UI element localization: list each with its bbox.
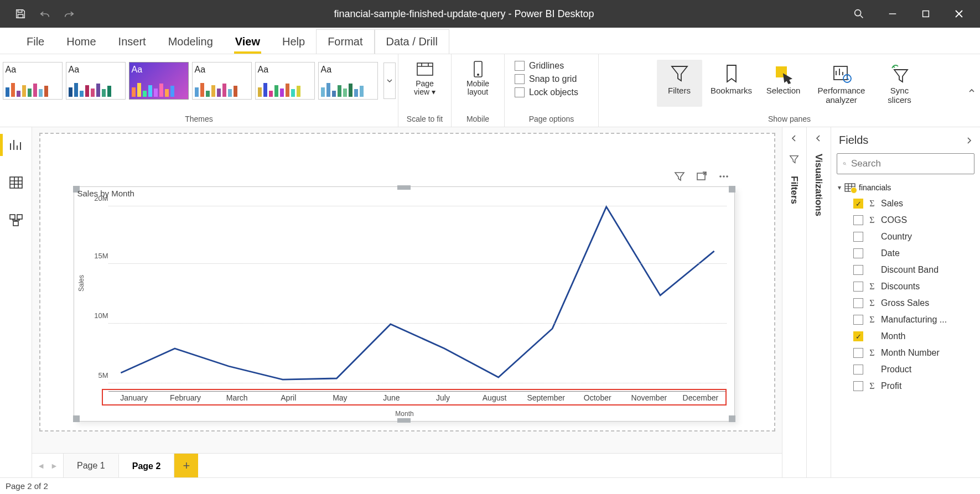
- menu-insert[interactable]: Insert: [107, 30, 157, 54]
- visual-filter-icon[interactable]: [673, 170, 686, 183]
- report-page[interactable]: Sales by Month Sales 5M 10M 15M 20M: [39, 133, 775, 431]
- field-manufacturing-[interactable]: ΣManufacturing ...: [834, 311, 980, 328]
- data-view-button[interactable]: [4, 171, 28, 194]
- tab-next-icon[interactable]: ►: [50, 461, 58, 470]
- theme-option-6[interactable]: Aa: [318, 62, 378, 100]
- lock-objects-checkbox[interactable]: Lock objects: [515, 87, 578, 97]
- checkbox[interactable]: [853, 199, 863, 209]
- bookmarks-pane-button[interactable]: Bookmarks: [709, 60, 754, 107]
- x-axis-label: Month: [395, 410, 413, 418]
- resize-handle[interactable]: [397, 418, 411, 423]
- search-icon[interactable]: [853, 8, 865, 20]
- field-month[interactable]: ΣMonth: [834, 328, 980, 345]
- checkbox[interactable]: [853, 348, 863, 358]
- field-product[interactable]: ΣProduct: [834, 361, 980, 378]
- save-icon[interactable]: [14, 8, 27, 20]
- window-title: financial-sample-finished-update-query -…: [75, 8, 853, 20]
- checkbox[interactable]: [853, 298, 863, 308]
- fields-collapse-icon[interactable]: [965, 136, 973, 145]
- filters-pane-button[interactable]: Filters: [657, 60, 702, 107]
- ribbon: Aa Aa Aa Aa Aa Aa Themes Page view ▾ Sca…: [0, 54, 980, 127]
- ribbon-group-page-options: Gridlines Snap to grid Lock objects Page…: [505, 54, 599, 127]
- checkbox[interactable]: [853, 215, 863, 225]
- checkbox[interactable]: [853, 381, 863, 391]
- field-discounts[interactable]: ΣDiscounts: [834, 278, 980, 295]
- model-view-button[interactable]: [4, 209, 28, 231]
- chevron-down-icon: ▾: [838, 184, 841, 191]
- checkbox[interactable]: [853, 315, 863, 325]
- field-month-number[interactable]: ΣMonth Number: [834, 345, 980, 361]
- more-options-icon[interactable]: [718, 170, 730, 183]
- theme-option-5[interactable]: Aa: [255, 62, 315, 100]
- view-rail: [0, 127, 32, 477]
- resize-handle[interactable]: [73, 415, 80, 422]
- theme-option-2[interactable]: Aa: [66, 62, 126, 100]
- performance-analyzer-button[interactable]: Performance analyzer: [813, 60, 870, 107]
- checkbox[interactable]: [853, 248, 863, 258]
- menu-help[interactable]: Help: [271, 30, 316, 54]
- menu-format[interactable]: Format: [316, 29, 374, 54]
- theme-option-4[interactable]: Aa: [192, 62, 252, 100]
- resize-handle[interactable]: [729, 186, 735, 193]
- visualizations-pane-collapsed[interactable]: Visualizations: [807, 127, 831, 477]
- tab-page-2[interactable]: Page 2: [118, 454, 174, 477]
- tab-prev-icon[interactable]: ◄: [37, 461, 45, 470]
- search-input[interactable]: [851, 158, 968, 169]
- x-tick: June: [366, 392, 417, 404]
- checkbox[interactable]: [853, 331, 863, 341]
- theme-option-3-selected[interactable]: Aa: [129, 62, 189, 100]
- svg-rect-0: [18, 10, 22, 13]
- filters-pane-collapsed[interactable]: Filters: [782, 127, 807, 477]
- menu-modeling[interactable]: Modeling: [157, 30, 224, 54]
- close-icon[interactable]: [953, 8, 965, 19]
- field-sales[interactable]: ΣSales: [834, 195, 980, 212]
- fields-header: Fields: [839, 134, 868, 147]
- x-tick: September: [520, 392, 572, 404]
- minimize-icon[interactable]: [887, 8, 898, 19]
- report-view-button[interactable]: [4, 134, 28, 156]
- mobile-layout-button[interactable]: Mobile layout: [454, 58, 502, 97]
- x-axis-ticks: JanuaryFebruaryMarchAprilMayJuneJulyAugu…: [108, 391, 727, 404]
- menu-home[interactable]: Home: [55, 30, 107, 54]
- menu-file[interactable]: File: [15, 30, 55, 54]
- checkbox[interactable]: [853, 365, 863, 375]
- checkbox[interactable]: [853, 265, 863, 275]
- add-page-button[interactable]: +: [174, 454, 198, 477]
- checkbox[interactable]: [853, 232, 863, 242]
- field-country[interactable]: ΣCountry: [834, 228, 980, 245]
- page-view-label: Page view: [414, 79, 434, 96]
- tab-page-1[interactable]: Page 1: [63, 454, 118, 477]
- page-view-button[interactable]: Page view ▾: [401, 58, 449, 97]
- undo-icon[interactable]: [39, 8, 51, 20]
- table-name: financials: [859, 183, 891, 192]
- line-chart-visual[interactable]: Sales by Month Sales 5M 10M 15M 20M: [74, 186, 735, 422]
- field-discount-band[interactable]: ΣDiscount Band: [834, 262, 980, 278]
- x-tick: November: [623, 392, 675, 404]
- table-icon: [844, 183, 855, 192]
- x-tick: August: [469, 392, 520, 404]
- menu-data-drill[interactable]: Data / Drill: [375, 29, 449, 54]
- maximize-icon[interactable]: [920, 8, 931, 19]
- status-bar: Page 2 of 2: [0, 477, 980, 494]
- svg-rect-11: [10, 215, 15, 219]
- focus-mode-icon[interactable]: [696, 170, 708, 183]
- ribbon-collapse-button[interactable]: [968, 87, 976, 95]
- themes-dropdown[interactable]: [383, 63, 396, 99]
- fields-search[interactable]: [837, 153, 974, 174]
- selection-pane-button[interactable]: Selection: [761, 60, 806, 107]
- field-gross-sales[interactable]: ΣGross Sales: [834, 295, 980, 311]
- checkbox[interactable]: [853, 282, 863, 292]
- theme-option-1[interactable]: Aa: [3, 62, 63, 100]
- field-label: Discount Band: [881, 265, 938, 275]
- sync-slicers-button[interactable]: Sync slicers: [877, 60, 922, 107]
- resize-handle[interactable]: [397, 185, 411, 190]
- redo-icon[interactable]: [63, 8, 75, 20]
- field-cogs[interactable]: ΣCOGS: [834, 212, 980, 228]
- gridlines-checkbox[interactable]: Gridlines: [515, 61, 578, 71]
- menu-view[interactable]: View: [224, 30, 271, 54]
- snap-to-grid-checkbox[interactable]: Snap to grid: [515, 74, 578, 84]
- field-profit[interactable]: ΣProfit: [834, 378, 980, 394]
- table-financials[interactable]: ▾ financials: [834, 180, 980, 195]
- field-date[interactable]: ΣDate: [834, 245, 980, 262]
- ribbon-group-themes: Aa Aa Aa Aa Aa Aa Themes: [0, 54, 398, 127]
